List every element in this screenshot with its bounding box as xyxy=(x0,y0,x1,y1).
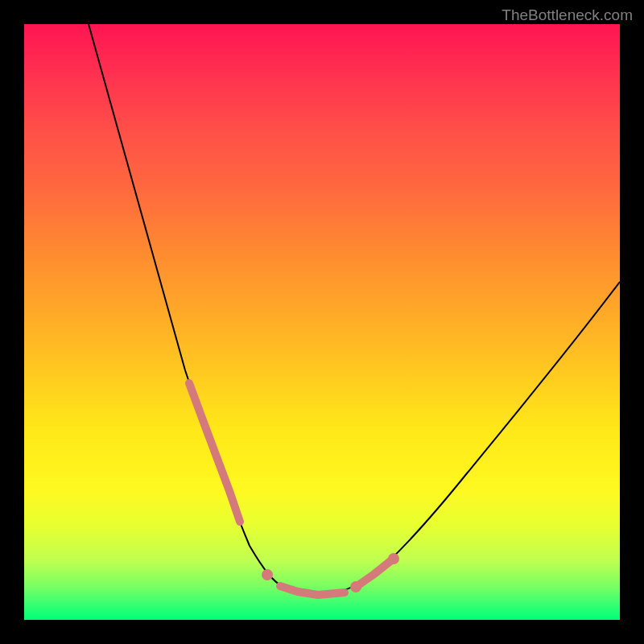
pink-dot-3 xyxy=(388,553,399,564)
watermark-text: TheBottleneck.com xyxy=(502,6,633,24)
pink-dot-2 xyxy=(350,581,361,592)
curve-svg xyxy=(24,24,620,620)
bottleneck-curve xyxy=(89,24,620,595)
pink-marker-right xyxy=(358,561,390,585)
chart-area xyxy=(24,24,620,620)
pink-marker-floor xyxy=(280,586,345,595)
pink-dot-1 xyxy=(262,569,273,580)
pink-marker-left xyxy=(189,383,240,522)
